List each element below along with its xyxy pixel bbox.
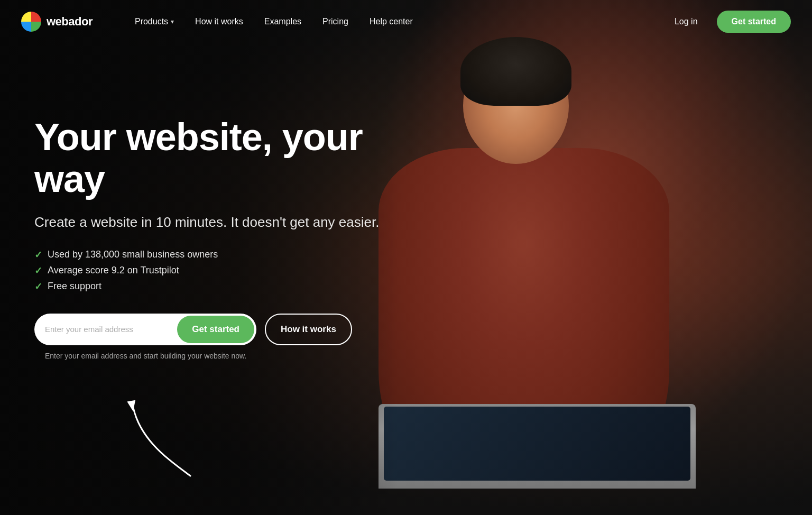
svg-marker-0 <box>127 400 137 412</box>
nav-actions: Log in Get started <box>666 11 791 33</box>
nav-products[interactable]: Products ▾ <box>124 12 184 32</box>
login-button[interactable]: Log in <box>666 13 706 31</box>
chevron-down-icon: ▾ <box>171 18 174 25</box>
nav-help-center[interactable]: Help center <box>359 12 423 32</box>
get-started-hero-button[interactable]: Get started <box>177 316 254 343</box>
hero-title: Your website, your way <box>34 116 436 200</box>
hero-content: Your website, your way Create a website … <box>34 116 436 360</box>
nav-examples[interactable]: Examples <box>254 12 312 32</box>
arrow-svg <box>106 397 211 481</box>
feature-item-3: ✓ Free support <box>34 281 436 292</box>
cta-row: Get started How it works <box>34 314 436 345</box>
decorative-arrow <box>106 397 211 483</box>
laptop-screen <box>384 407 690 481</box>
feature-item-1: ✓ Used by 138,000 small business owners <box>34 249 436 261</box>
get-started-nav-button[interactable]: Get started <box>717 11 791 33</box>
nav-links: Products ▾ How it works Examples Pricing… <box>124 12 666 32</box>
logo-icon <box>21 12 41 32</box>
nav-pricing[interactable]: Pricing <box>312 12 359 32</box>
logo[interactable]: webador <box>21 12 93 32</box>
email-form: Get started <box>34 314 256 345</box>
check-icon-3: ✓ <box>34 281 42 292</box>
how-it-works-button[interactable]: How it works <box>265 314 352 345</box>
check-icon-2: ✓ <box>34 265 42 277</box>
person-hair <box>460 37 571 106</box>
feature-item-2: ✓ Average score 9.2 on Trustpilot <box>34 265 436 277</box>
navbar: webador Products ▾ How it works Examples… <box>0 0 812 43</box>
hero-subtitle: Create a website in 10 minutes. It doesn… <box>34 213 404 232</box>
hero-features-list: ✓ Used by 138,000 small business owners … <box>34 249 436 292</box>
email-hint-text: Enter your email address and start build… <box>45 352 436 360</box>
laptop <box>379 404 696 489</box>
logo-text: webador <box>47 15 93 29</box>
nav-how-it-works[interactable]: How it works <box>184 12 254 32</box>
email-input[interactable] <box>34 325 175 334</box>
check-icon-1: ✓ <box>34 249 42 261</box>
